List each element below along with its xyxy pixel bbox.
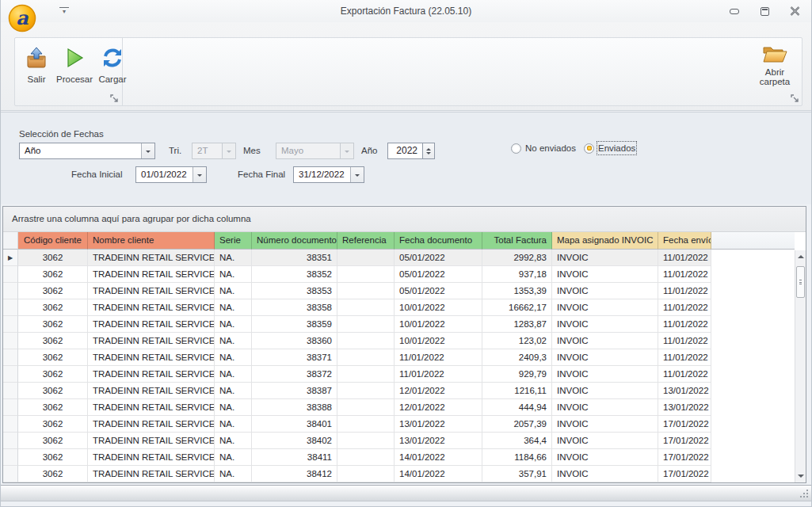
cell-fechadoc[interactable]: 12/01/2022: [395, 383, 482, 399]
cell-codigo[interactable]: 3062: [18, 349, 88, 366]
cell-serie[interactable]: NA.: [215, 250, 252, 266]
cell-codigo[interactable]: 3062: [18, 333, 88, 349]
group-by-panel[interactable]: Arrastre una columna aquí para agrupar p…: [3, 207, 806, 232]
table-row[interactable]: 3062TRADEINN RETAIL SERVICES SLNA.383591…: [3, 316, 795, 333]
procesar-button[interactable]: Procesar: [55, 41, 93, 84]
column-header-total[interactable]: Total Factura: [482, 232, 552, 250]
table-row[interactable]: 3062TRADEINN RETAIL SERVICES SLNA.383721…: [3, 366, 795, 383]
cell-mapa[interactable]: INVOIC: [552, 250, 658, 266]
cell-mapa[interactable]: INVOIC: [552, 333, 658, 349]
cell-fechadoc[interactable]: 13/01/2022: [395, 433, 482, 449]
cell-fechadoc[interactable]: 05/01/2022: [395, 250, 482, 266]
cell-serie[interactable]: NA.: [215, 449, 252, 466]
column-header-envio[interactable]: Fecha envío: [658, 232, 711, 250]
table-row[interactable]: 3062TRADEINN RETAIL SERVICES SLNA.383520…: [3, 266, 795, 283]
cell-total[interactable]: 1283,87: [482, 316, 552, 333]
cell-nombre[interactable]: TRADEINN RETAIL SERVICES SL: [88, 299, 215, 316]
chevron-down-icon[interactable]: [193, 167, 206, 182]
year-spinner-value[interactable]: 2022: [387, 143, 423, 159]
cell-fechadoc[interactable]: 10/01/2022: [395, 316, 482, 333]
cell-total[interactable]: 937,18: [482, 266, 552, 283]
cell-mapa[interactable]: INVOIC: [552, 349, 658, 366]
cell-serie[interactable]: NA.: [215, 399, 252, 416]
cell-mapa[interactable]: INVOIC: [552, 283, 658, 299]
cell-serie[interactable]: NA.: [215, 433, 252, 449]
cell-nombre[interactable]: TRADEINN RETAIL SERVICES SL: [88, 333, 215, 349]
cell-codigo[interactable]: 3062: [18, 366, 88, 383]
cell-fechadoc[interactable]: 14/01/2022: [395, 449, 482, 466]
cell-fechadoc[interactable]: 10/01/2022: [395, 299, 482, 316]
start-date-picker[interactable]: 01/01/2022: [135, 166, 207, 183]
cell-numero[interactable]: 38402: [252, 433, 337, 449]
cell-serie[interactable]: NA.: [215, 383, 252, 399]
cell-numero[interactable]: 38360: [252, 333, 337, 349]
cell-envio[interactable]: 11/01/2022: [658, 266, 711, 283]
table-row[interactable]: 3062TRADEINN RETAIL SERVICES SLNA.383711…: [3, 349, 795, 366]
cell-serie[interactable]: NA.: [215, 466, 252, 482]
cell-total[interactable]: 1353,39: [482, 283, 552, 299]
cell-referencia[interactable]: [337, 349, 395, 366]
cell-serie[interactable]: NA.: [215, 416, 252, 433]
cargar-button[interactable]: Cargar: [93, 41, 132, 84]
table-row[interactable]: 3062TRADEINN RETAIL SERVICES SLNA.384111…: [3, 449, 795, 466]
cell-total[interactable]: 1216,11: [482, 383, 552, 399]
column-header-referencia[interactable]: Referencia: [337, 232, 395, 250]
cell-envio[interactable]: 17/01/2022: [658, 416, 711, 433]
cell-serie[interactable]: NA.: [215, 333, 252, 349]
cell-nombre[interactable]: TRADEINN RETAIL SERVICES SL: [88, 283, 215, 299]
cell-envio[interactable]: 11/01/2022: [658, 250, 711, 266]
app-logo-icon[interactable]: a: [8, 4, 36, 32]
dialog-launcher-icon[interactable]: [791, 94, 799, 103]
cell-serie[interactable]: NA.: [215, 283, 252, 299]
column-header-fechadoc[interactable]: Fecha documento: [395, 232, 482, 250]
cell-numero[interactable]: 38353: [252, 283, 337, 299]
cell-envio[interactable]: 13/01/2022: [658, 399, 711, 416]
cell-total[interactable]: 357,91: [482, 466, 552, 482]
cell-serie[interactable]: NA.: [215, 349, 252, 366]
cell-total[interactable]: 1184,66: [482, 449, 552, 466]
radio-no-enviados[interactable]: No enviados: [511, 143, 576, 154]
scroll-up-icon[interactable]: [795, 250, 806, 263]
cell-codigo[interactable]: 3062: [18, 449, 88, 466]
cell-referencia[interactable]: [337, 333, 395, 349]
salir-button[interactable]: Salir: [17, 41, 55, 84]
cell-envio[interactable]: 11/01/2022: [658, 316, 711, 333]
resize-grip[interactable]: [799, 489, 809, 498]
cell-mapa[interactable]: INVOIC: [552, 266, 658, 283]
cell-nombre[interactable]: TRADEINN RETAIL SERVICES SL: [88, 433, 215, 449]
table-row[interactable]: 3062TRADEINN RETAIL SERVICES SLNA.384121…: [3, 466, 795, 482]
cell-envio[interactable]: 11/01/2022: [658, 349, 711, 366]
cell-referencia[interactable]: [337, 266, 395, 283]
cell-fechadoc[interactable]: 11/01/2022: [395, 349, 482, 366]
cell-mapa[interactable]: INVOIC: [552, 416, 658, 433]
cell-codigo[interactable]: 3062: [18, 283, 88, 299]
cell-total[interactable]: 444,94: [482, 399, 552, 416]
cell-numero[interactable]: 38387: [252, 383, 337, 399]
cell-nombre[interactable]: TRADEINN RETAIL SERVICES SL: [88, 466, 215, 482]
table-row[interactable]: 3062TRADEINN RETAIL SERVICES SLNA.384011…: [3, 416, 795, 433]
cell-fechadoc[interactable]: 11/01/2022: [395, 366, 482, 383]
cell-numero[interactable]: 38372: [252, 366, 337, 383]
cell-numero[interactable]: 38401: [252, 416, 337, 433]
cell-referencia[interactable]: [337, 416, 395, 433]
cell-referencia[interactable]: [337, 383, 395, 399]
cell-envio[interactable]: 11/01/2022: [658, 333, 711, 349]
cell-numero[interactable]: 38371: [252, 349, 337, 366]
cell-fechadoc[interactable]: 10/01/2022: [395, 333, 482, 349]
cell-codigo[interactable]: 3062: [18, 250, 88, 266]
column-header-numero[interactable]: Número documento: [252, 232, 337, 250]
cell-envio[interactable]: 17/01/2022: [658, 433, 711, 449]
scrollbar-thumb[interactable]: [796, 266, 805, 298]
cell-referencia[interactable]: [337, 316, 395, 333]
table-row[interactable]: 3062TRADEINN RETAIL SERVICES SLNA.383581…: [3, 299, 795, 316]
cell-codigo[interactable]: 3062: [18, 416, 88, 433]
minimize-button[interactable]: [726, 4, 743, 18]
cell-nombre[interactable]: TRADEINN RETAIL SERVICES SL: [88, 449, 215, 466]
cell-referencia[interactable]: [337, 299, 395, 316]
cell-serie[interactable]: NA.: [215, 266, 252, 283]
chevron-down-icon[interactable]: [350, 167, 364, 182]
end-date-picker[interactable]: 31/12/2022: [293, 166, 364, 183]
column-header-mapa[interactable]: Mapa asignado INVOIC: [552, 232, 658, 250]
table-row[interactable]: 3062TRADEINN RETAIL SERVICES SLNA.383881…: [3, 399, 795, 416]
cell-codigo[interactable]: 3062: [18, 266, 88, 283]
